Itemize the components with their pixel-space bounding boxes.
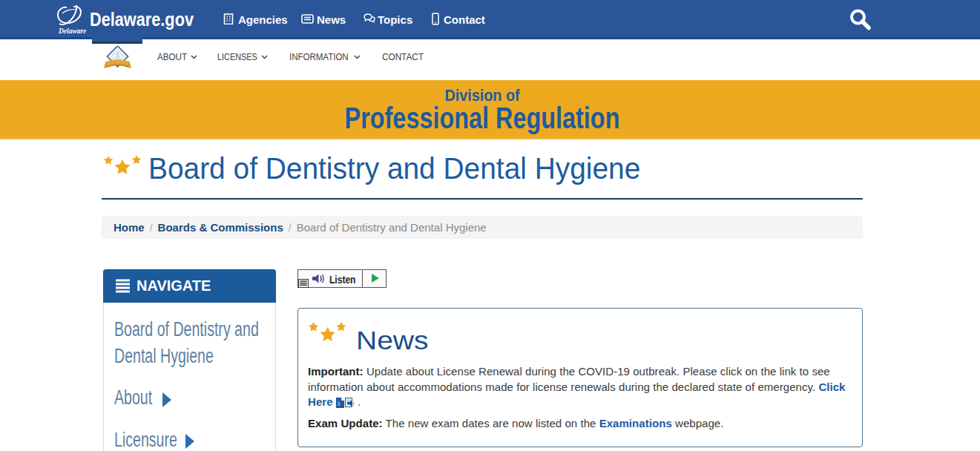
- svg-text:λ: λ: [338, 401, 341, 407]
